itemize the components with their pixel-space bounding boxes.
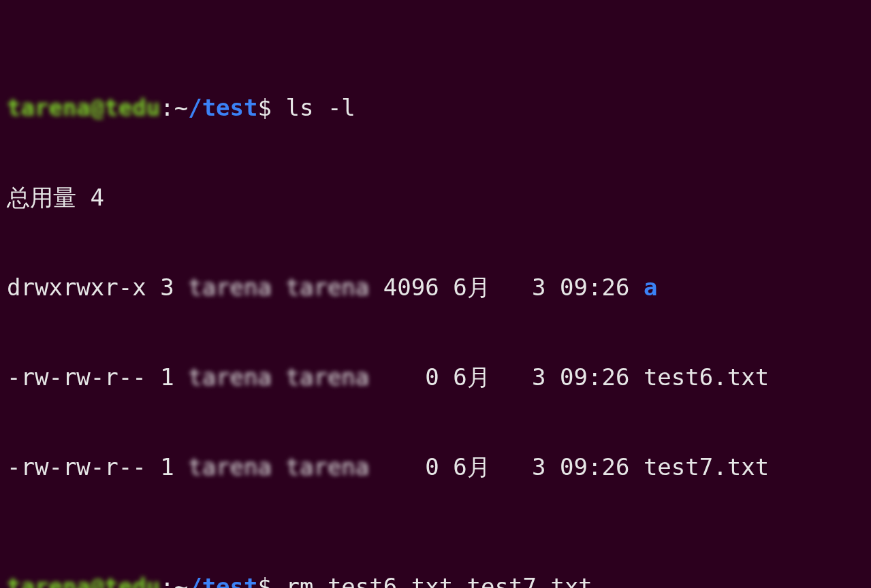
command-text: rm test6.txt test7.txt bbox=[285, 573, 592, 588]
ls-owner: tarena bbox=[188, 452, 272, 482]
ls-name-file: test7.txt bbox=[644, 453, 769, 480]
prompt-line: tarena@tedu:~/test$ ls -l bbox=[7, 93, 864, 122]
ls-owner: tarena bbox=[188, 362, 272, 392]
ls-name-dir: a bbox=[644, 274, 657, 301]
ls-group: tarena bbox=[285, 452, 369, 482]
prompt-line: tarena@tedu:~/test$ rm test6.txt test7.t… bbox=[7, 572, 864, 588]
ls-row: -rw-rw-r-- 1 tarena tarena 0 6月 3 09:26 … bbox=[7, 362, 864, 392]
ls-owner: tarena bbox=[188, 272, 272, 302]
ls-total: 总用量 4 bbox=[7, 182, 864, 212]
ls-group: tarena bbox=[285, 272, 369, 302]
prompt-host: tedu bbox=[104, 94, 160, 121]
ls-row: drwxrwxr-x 3 tarena tarena 4096 6月 3 09:… bbox=[7, 272, 864, 302]
ls-row: -rw-rw-r-- 1 tarena tarena 0 6月 3 09:26 … bbox=[7, 452, 864, 482]
ls-name-file: test6.txt bbox=[644, 363, 769, 391]
terminal-output[interactable]: tarena@tedu:~/test$ ls -l 总用量 4 drwxrwxr… bbox=[0, 0, 871, 588]
prompt-symbol: $ bbox=[258, 94, 286, 121]
at-symbol: @ bbox=[91, 94, 104, 121]
prompt-path: /test bbox=[188, 94, 257, 121]
command-text: ls -l bbox=[285, 94, 355, 121]
prompt-user: tarena bbox=[7, 94, 91, 121]
ls-group: tarena bbox=[285, 362, 369, 392]
